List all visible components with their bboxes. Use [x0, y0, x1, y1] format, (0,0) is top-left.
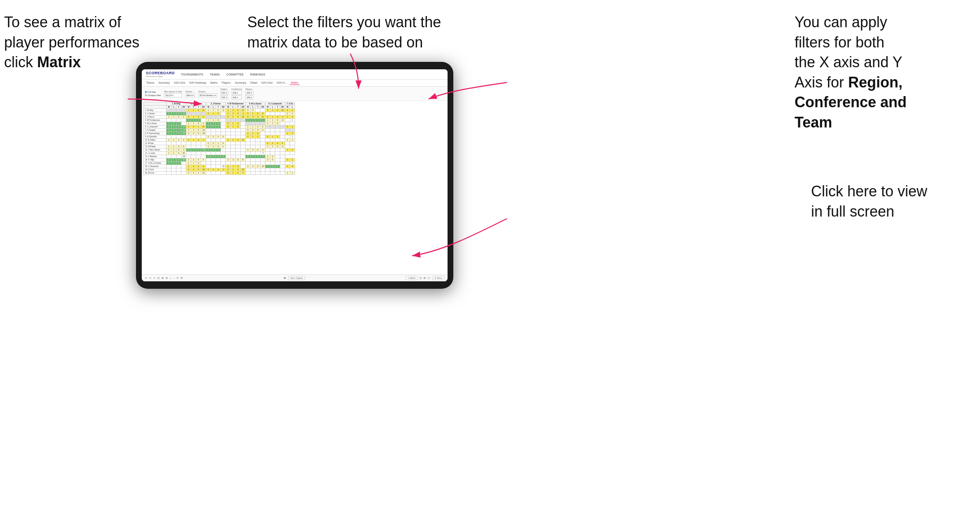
- table-row: 1. W Ding12011110-212017000101302: [144, 109, 295, 112]
- redo-icon[interactable]: ↪: [149, 277, 151, 279]
- table-row: 2. L Clanton210-16010120-1010-622: [144, 112, 295, 116]
- col-header-7: 7. G Sa: [285, 102, 295, 106]
- share-button[interactable]: ⬆ Share: [432, 276, 444, 280]
- nav-committee[interactable]: COMMITTEE: [225, 72, 245, 77]
- filter-region: Region N/A ▾ N/A ▾: [220, 88, 228, 99]
- col-header-3: 3. J Koivun: [206, 102, 226, 106]
- link-icon[interactable]: ⊞: [162, 277, 164, 279]
- tab-summary2[interactable]: Summary: [234, 81, 248, 85]
- table-row: 3. J Koivun110201000101304011010312: [144, 116, 295, 119]
- sub-tabs: Teams Summary H2H Grid H2H Heatmap Matri…: [142, 80, 448, 87]
- matrix-table: 1. W Ding 2. L Clanton 3. J Koivun 4. M …: [143, 102, 295, 175]
- table-row: 13. J Skov Olesen110-3210-19101220-113: [144, 148, 295, 152]
- table-row: 9. N Gabrelcik00090110111: [144, 135, 295, 139]
- toolbar-icon1[interactable]: ⊡: [420, 277, 422, 279]
- table-row: 15. P Maichon-194110410-722: [144, 155, 295, 158]
- view-options: Full View Compact View: [145, 91, 161, 97]
- filter-players: Players (All) ▾ (All) ▾: [245, 88, 253, 99]
- col-header-4: 4. M Thorbjornsen: [226, 102, 246, 106]
- undo-icon[interactable]: ↩: [145, 277, 147, 279]
- tab-summary[interactable]: Summary: [157, 81, 171, 85]
- tab-detail[interactable]: Detail: [249, 81, 258, 85]
- scoreboard-logo: SCOREBOARD Powered by clippd: [146, 71, 175, 78]
- tab-teams[interactable]: Teams: [145, 81, 155, 85]
- col-header-2: 2. L Clanton: [186, 102, 206, 106]
- compact-view-radio[interactable]: Compact View: [145, 94, 161, 97]
- settings-icon[interactable]: ⚙: [181, 277, 183, 279]
- tablet-device: SCOREBOARD Powered by clippd TOURNAMENTS…: [136, 62, 453, 289]
- table-row: 20. M Ford331-11010711: [144, 172, 295, 175]
- table-row: 6. C Lamprecht100-1624124300010110601: [144, 125, 295, 129]
- annotation-topleft: To see a matrix of player performances c…: [4, 12, 161, 73]
- toolbar-center: 🖥 View: Original: [284, 276, 305, 280]
- table-row: 18. C Sherwood1300-15010220-1010145: [144, 165, 295, 168]
- filter-conference: Conference (All) ▾ (All) ▾: [232, 88, 242, 99]
- tab-matrix-active[interactable]: Matrix: [290, 81, 300, 85]
- view-original-btn[interactable]: View: Original: [288, 276, 305, 280]
- toolbar-icon2[interactable]: ⊞: [424, 277, 426, 279]
- table-row: 17. S De La Fuente2001102: [144, 162, 295, 165]
- monitor-icon: 🖥: [284, 277, 286, 279]
- grid-icon[interactable]: ⊟: [166, 277, 168, 279]
- filter-gender: Gender Men's ▾: [185, 90, 195, 97]
- col-header-empty: [144, 102, 166, 106]
- nav-teams[interactable]: TEAMS: [209, 72, 221, 77]
- table-row: 16. K Vilips210-25220433080001: [144, 158, 295, 162]
- scoreboard-header: SCOREBOARD Powered by clippd TOURNAMENTS…: [142, 69, 448, 80]
- fullscreen-icon[interactable]: ⛶: [428, 277, 430, 279]
- matrix-container: 1. W Ding 2. L Clanton 3. J Koivun 4. M …: [142, 101, 448, 274]
- toolbar-right: ⊙ Watch ⊡ ⊞ ⛶ ⬆ Share: [406, 276, 444, 280]
- screen-icon[interactable]: ⊡: [157, 277, 159, 279]
- bottom-toolbar: ↩ ↪ ↩ ⊡ ⊞ ⊟ + − ↺ ⚙ 🖥 View: Original ⊙ W…: [142, 274, 448, 281]
- logo-sub: Powered by clippd: [146, 75, 175, 78]
- tab-h2h-h[interactable]: H2H H...: [275, 81, 288, 85]
- annotation-topmid: Select the filters you want the matrix d…: [247, 12, 462, 52]
- table-row: 19. D Ford020-20020-101013: [144, 168, 295, 172]
- tab-h2h-grid2[interactable]: H2H Grid: [260, 81, 274, 85]
- undo2-icon[interactable]: ↩: [153, 277, 155, 279]
- sub-header-empty: [144, 106, 166, 109]
- nav-rankings[interactable]: RANKINGS: [249, 72, 267, 77]
- col-header-6: 6. C Lamprecht: [265, 102, 285, 106]
- table-row: 12. M Riedel11061101110-6: [144, 145, 295, 148]
- tab-h2h-heatmap[interactable]: H2H Heatmap: [188, 81, 207, 85]
- table-row: 10. B Valdes111001010101111: [144, 139, 295, 142]
- refresh-icon[interactable]: ↺: [176, 277, 178, 279]
- table-row: 8. P Summerhays512-48220-1601012: [144, 132, 295, 135]
- watch-button[interactable]: ⊙ Watch: [406, 276, 417, 280]
- table-row: 7. G Sargent200-16220-150003: [144, 129, 295, 132]
- main-nav: TOURNAMENTS TEAMS COMMITTEE RANKINGS: [180, 72, 267, 77]
- table-row: 14. J Lundin11010-7: [144, 152, 295, 155]
- filter-bar: Full View Compact View Max players in vi…: [142, 87, 448, 101]
- tablet-screen: SCOREBOARD Powered by clippd TOURNAMENTS…: [142, 69, 448, 281]
- filter-division: Division NCAA Division I ▾: [198, 90, 217, 97]
- logo-main: SCOREBOARD: [146, 71, 175, 75]
- nav-tournaments[interactable]: TOURNAMENTS: [180, 72, 204, 77]
- toolbar-left: ↩ ↪ ↩ ⊡ ⊞ ⊟ + − ↺ ⚙: [145, 277, 183, 279]
- plus-icon[interactable]: +: [170, 277, 171, 279]
- tab-players[interactable]: Players: [220, 81, 232, 85]
- annotation-bottomright: Click here to view in full screen: [811, 182, 968, 222]
- tab-h2h-grid[interactable]: H2H Grid: [173, 81, 186, 85]
- sub-w-1: W: [166, 106, 171, 109]
- annotation-topright: You can apply filters for both the X axi…: [795, 12, 968, 133]
- full-view-radio[interactable]: Full View: [145, 91, 161, 93]
- table-row: 5. M La Sasso1001106300010110: [144, 122, 295, 125]
- col-header-5: 5. M La Sasso: [246, 102, 265, 106]
- col-header-1: 1. W Ding: [166, 102, 186, 106]
- table-row: 11. M Ege00100104: [144, 142, 295, 145]
- table-row: 4. M Thorbjornsen1001101001110-61: [144, 119, 295, 122]
- filter-max-players: Max players in view Top 25 ▾: [164, 90, 182, 97]
- minus-icon[interactable]: −: [173, 277, 174, 279]
- tab-matrix[interactable]: Matrix: [209, 81, 219, 85]
